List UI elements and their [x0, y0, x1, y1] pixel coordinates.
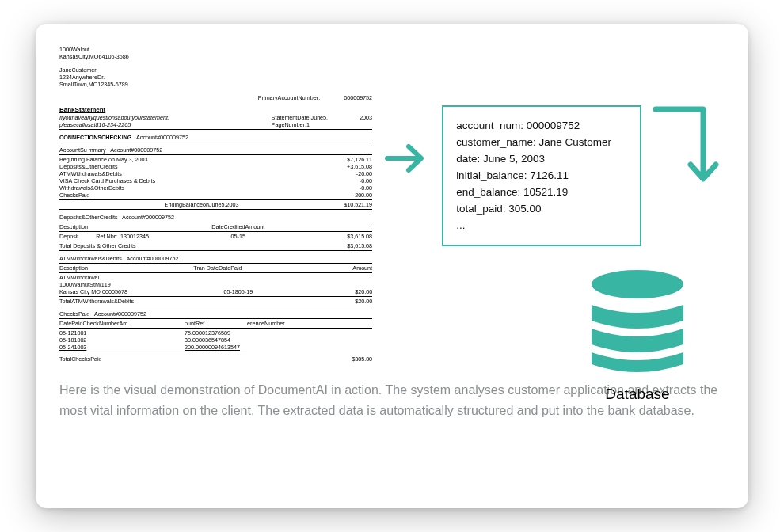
col-description: Description: [59, 223, 193, 230]
section-checking: CONNECTIONSCHECKING Account#000009752: [59, 134, 372, 141]
field-value: June 5, 2003: [483, 153, 545, 165]
checks-label: ChecksPaid: [59, 192, 89, 199]
atm-total-row: TotalATMWithdrawals&Debits$20.00: [59, 298, 372, 305]
deposit-ref-value: 130012345: [120, 233, 149, 240]
diagram-card: 1000Walnut KansasCity,MO64106-3686 JaneC…: [36, 24, 748, 508]
deposit-amount: $3,615.08: [283, 233, 372, 240]
deposit-ref-label: Ref Nbr:: [96, 233, 117, 240]
ending-balance-row: EndingBalanceonJune5,2003$10,521.19: [59, 201, 372, 208]
check-row-1a: 05-121001: [59, 329, 185, 336]
total-deposits-row: Total Deposits & Other Credits$3,615.08: [59, 242, 372, 249]
atm-debits-row: ATMWithdrawals&Debits-20.00: [59, 170, 372, 177]
deposits-label: Deposits&OtherCredits: [59, 163, 118, 170]
visa-row: VISA Check Card Purchases & Debits-0.00: [59, 177, 372, 184]
bank-addr-line2: KansasCity,MO64106-3686: [59, 53, 372, 60]
ending-balance-value: $10,521.19: [344, 201, 372, 208]
field-customer-name: customer_name: Jane Customer: [456, 135, 627, 151]
customer-addr1: 1234AnywhereDr.: [59, 74, 372, 81]
visa-label: VISA Check Card Purchases & Debits: [59, 177, 155, 184]
primary-account-row: PrimaryAccountNumber: 000009752: [59, 94, 372, 101]
bank-statement-document: 1000Walnut KansasCity,MO64106-3686 JaneC…: [59, 46, 372, 363]
withdrawals-label: Withdrawals&OtherDebits: [59, 184, 124, 192]
bank-address: 1000Walnut KansasCity,MO64106-3686: [59, 46, 372, 60]
atm-row3: Kansas City MO 00005678 05-1805-19 $20.0…: [59, 288, 372, 295]
begin-balance-value: $7,126.11: [347, 156, 372, 163]
check-row-3a: 05-241003: [59, 344, 185, 351]
field-key: customer_name:: [456, 136, 536, 148]
checks-col3: erenceNumber: [247, 320, 372, 327]
checks-row: ChecksPaid-200.00: [59, 192, 372, 199]
section-deposits: Deposits&OtherCredits Account#000009752: [59, 214, 372, 221]
check-row-1: 05-12100175.000012376589: [59, 329, 372, 336]
checks-col2: ountRef: [185, 320, 247, 327]
customer-addr2: SmallTown,MO12345-6789: [59, 81, 372, 88]
deposit-cell-desc: Deposit Ref Nbr: 130012345: [59, 233, 193, 240]
atm-row2: 1000WalnutStM/119: [59, 281, 372, 288]
col-date-amount: DateCreditedAmount: [193, 223, 283, 230]
primary-account-label: PrimaryAccountNumber:: [258, 94, 320, 101]
statement-title: BankStatement: [59, 106, 372, 114]
deposit-date: 05-15: [193, 233, 283, 240]
statement-date-block: StatementDate:June5, 2003 PageNumber:1: [272, 114, 373, 128]
page-number: PageNumber:1: [272, 121, 373, 128]
atm-debits-label: ATMWithdrawals&Debits: [59, 170, 122, 177]
statement-date-row: StatementDate:June5, 2003: [272, 114, 373, 121]
bank-addr-line1: 1000Walnut: [59, 46, 372, 53]
field-key: account_num:: [456, 120, 523, 131]
deposits-value: +3,615.08: [347, 163, 372, 170]
extracted-data-box: account_num: 000009752 customer_name: Ja…: [442, 105, 641, 246]
check-row-1b: 75.000012376589: [185, 329, 372, 336]
field-key: end_balance:: [456, 186, 520, 198]
statement-date-year: 2003: [360, 114, 372, 121]
account-summary-row: AccountSu mmary Account#000009752: [59, 146, 372, 154]
check-row-3: 05-241003200.00000094613547: [59, 344, 372, 351]
database-label: Database: [570, 386, 705, 403]
field-total-paid: total_paid: 305.00: [456, 201, 627, 218]
checks-header-row: DatePaidCheckNumberAm ountRef erenceNumb…: [59, 320, 372, 327]
field-key: date:: [456, 153, 480, 165]
field-key: initial_balance:: [456, 169, 527, 181]
section-checking-account: Account#000009752: [136, 134, 188, 141]
section-deposits-account: Account#000009752: [122, 214, 174, 221]
atm-row3-desc: Kansas City MO 00005678: [59, 288, 193, 295]
field-value: 7126.11: [530, 169, 569, 181]
field-value: 10521.19: [523, 186, 568, 198]
svg-point-0: [592, 270, 683, 298]
field-account-num: account_num: 000009752: [456, 118, 627, 135]
statement-date-label: StatementDate:June5,: [272, 114, 329, 121]
statement-meta: Ifyouhaveanyquestionsaboutyourstatement,…: [59, 114, 372, 128]
begin-balance-label: Beginning Balance on May 3, 2003: [59, 156, 148, 163]
checks-col1: DatePaidCheckNumberAm: [59, 320, 185, 327]
atm-total-label: TotalATMWithdrawals&Debits: [59, 298, 134, 305]
arrow-right-icon: [383, 137, 431, 184]
atm-col-desc: Description: [59, 264, 193, 272]
customer-name: JaneCustomer: [59, 66, 372, 74]
field-ellipsis: ...: [456, 218, 627, 234]
field-date: date: June 5, 2003: [456, 151, 627, 168]
checks-total-row: TotalChecksPaid$305.00: [59, 355, 372, 363]
database-block: Database: [570, 265, 705, 403]
section-checks-title: ChecksPaid: [59, 310, 89, 317]
begin-balance-row: Beginning Balance on May 3, 2003$7,126.1…: [59, 156, 372, 163]
primary-account-value: 000009752: [344, 94, 372, 101]
ending-balance-label: EndingBalanceonJune5,2003: [59, 201, 344, 208]
questions-line2: pleasecallusat816-234-2265: [59, 121, 169, 128]
atm-row1: ATMWithdrawal: [59, 274, 372, 281]
field-end-balance: end_balance: 10521.19: [456, 184, 627, 201]
field-value: Jane Customer: [538, 136, 611, 148]
field-initial-balance: initial_balance: 7126.11: [456, 168, 627, 184]
section-atm-account: Account#000009752: [127, 255, 179, 262]
atm-header-row: Description Tran DateDatePaid Amount: [59, 264, 372, 272]
atm-total-value: $20.00: [355, 298, 372, 305]
atm-debits-value: -20.00: [356, 170, 372, 177]
check-row-3b: 200.00000094613547: [185, 344, 372, 351]
col-spacer: [283, 223, 372, 230]
section-atm-title: ATMWithdrawals&Debits: [59, 255, 122, 262]
customer-address: JaneCustomer 1234AnywhereDr. SmallTown,M…: [59, 66, 372, 88]
section-checks-account: Account#000009752: [94, 310, 146, 317]
check-row-2b: 30.000036547854: [185, 336, 372, 344]
account-summary-account: Account#000009752: [110, 146, 162, 154]
section-checks-paid: ChecksPaid Account#000009752: [59, 310, 372, 317]
deposit-data-row: Deposit Ref Nbr: 130012345 05-15 $3,615.…: [59, 233, 372, 240]
visa-value: -0.00: [360, 177, 372, 184]
